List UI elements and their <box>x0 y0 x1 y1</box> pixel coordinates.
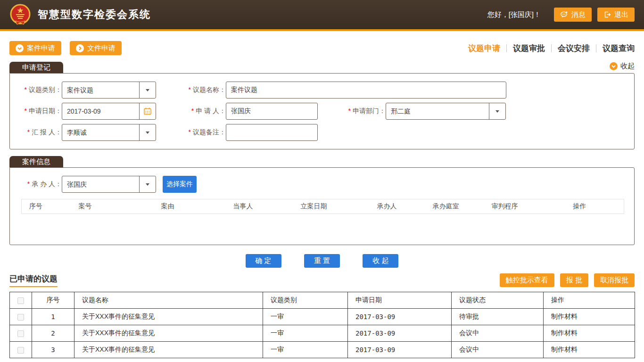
reporter-select[interactable]: 李顺诚 <box>62 124 156 141</box>
nav-meeting-arrange[interactable]: 会议安排 <box>558 43 590 54</box>
apply-date-field[interactable]: 2017-03-09 <box>62 103 156 120</box>
col-topic-type: 议题类别 <box>263 292 348 309</box>
logout-button[interactable]: 退出 <box>597 8 635 22</box>
undertaker-value: 张国庆 <box>62 176 139 192</box>
applicant-input[interactable] <box>226 103 318 120</box>
nav-topic-apply[interactable]: 议题申请 <box>468 43 500 54</box>
checkbox-cell <box>10 309 32 325</box>
nav-topic-approve[interactable]: 议题审批 <box>513 43 545 54</box>
case-col-department: 承办庭室 <box>418 199 474 214</box>
make-material-link[interactable]: 制作材料 <box>544 309 635 325</box>
message-button-label: 消息 <box>571 10 586 19</box>
panel-collapse-link[interactable]: 收起 <box>610 62 635 71</box>
topic-name-label: *议题名称： <box>174 86 226 94</box>
topic-name-cell: 关于XXX事件的征集意见 <box>74 342 263 358</box>
table-row: 1 关于XXX事件的征集意见 一审 2017-03-09 待审批 制作材料 <box>10 309 635 325</box>
status-cell: 会议中 <box>452 325 544 342</box>
required-asterisk: * <box>25 107 27 115</box>
register-tab: 申请登记 <box>9 62 63 73</box>
required-asterisk: * <box>27 180 30 188</box>
case-col-seq: 序号 <box>22 199 50 214</box>
logout-button-label: 退出 <box>614 10 628 19</box>
chevron-down-circle-icon <box>16 44 24 52</box>
topic-type-select[interactable]: 案件议题 <box>62 82 156 99</box>
topic-type-value: 案件议题 <box>62 82 139 98</box>
row-checkbox[interactable] <box>17 347 24 354</box>
file-apply-label: 文件申请 <box>87 44 116 53</box>
case-apply-button[interactable]: 案件申请 <box>9 41 61 55</box>
confirm-button[interactable]: 确 定 <box>246 254 281 268</box>
required-asterisk: * <box>191 107 194 115</box>
topic-type-cell: 一审 <box>263 342 348 358</box>
nav-separator <box>596 44 596 52</box>
register-panel: 申请登记 收起 *议题类别： 案件议题 *议题名称： *申请日期： 2017-0… <box>9 62 635 149</box>
select-all-checkbox[interactable] <box>17 297 24 304</box>
apply-date-cell: 2017-03-09 <box>348 325 452 342</box>
select-all-cell <box>10 292 32 309</box>
seq-cell: 1 <box>32 309 74 325</box>
seq-cell: 3 <box>32 342 74 358</box>
make-material-link[interactable]: 制作材料 <box>544 325 635 342</box>
apply-date-cell: 2017-03-09 <box>348 342 452 358</box>
apply-dept-label: *申请部门： <box>334 107 386 115</box>
table-row: 2 关于XXX事件的征集意见 一审 2017-03-09 会议中 制作材料 <box>10 325 635 342</box>
table-row: 3 关于XXX事件的征集意见 一审 2017-03-09 会议中 制作材料 <box>10 342 635 358</box>
topic-name-input[interactable] <box>226 82 506 99</box>
file-apply-button[interactable]: 文件申请 <box>70 41 122 55</box>
reset-button[interactable]: 重 置 <box>304 254 340 268</box>
collapse-button[interactable]: 收 起 <box>363 254 398 268</box>
nav-separator <box>551 44 552 52</box>
undertaker-label: *承 办 人： <box>10 180 62 189</box>
checkbox-cell <box>10 325 32 342</box>
case-col-number: 案号 <box>50 199 121 214</box>
case-col-procedure: 审判程序 <box>474 199 536 214</box>
apply-dept-select[interactable]: 邢二庭 <box>386 103 506 120</box>
reporter-value: 李顺诚 <box>62 124 139 140</box>
nav-topic-query[interactable]: 议题查询 <box>603 43 635 54</box>
message-button[interactable]: 消息 <box>554 8 592 22</box>
apply-date-cell: 2017-03-09 <box>348 309 452 325</box>
topic-type-cell: 一审 <box>263 309 348 325</box>
make-material-link[interactable]: 制作材料 <box>544 342 635 358</box>
row-checkbox[interactable] <box>17 314 24 321</box>
select-case-button[interactable]: 选择案件 <box>163 176 197 193</box>
applied-topics-table: 序号 议题名称 议题类别 申请日期 议题状态 操作 1 关于XXX事件的征集意见… <box>9 292 635 358</box>
submit-approval-button[interactable]: 报 批 <box>560 273 588 287</box>
cancel-approval-button[interactable]: 取消报批 <box>594 273 635 287</box>
national-emblem-icon <box>9 4 31 25</box>
case-table-empty-area <box>10 214 634 237</box>
col-topic-name: 议题名称 <box>74 292 263 309</box>
col-actions: 操作 <box>544 292 635 309</box>
applied-section-header: 已申请的议题 触控批示查看 报 批 取消报批 <box>0 273 644 287</box>
row-checkbox[interactable] <box>17 330 24 337</box>
status-cell: 待审批 <box>452 309 544 325</box>
col-topic-status: 议题状态 <box>452 292 544 309</box>
case-info-panel: 案件信息 *承 办 人： 张国庆 选择案件 序号 案号 案由 当事人 立案日期 … <box>9 156 635 245</box>
col-apply-date: 申请日期 <box>348 292 452 309</box>
reporter-label: *汇 报 人： <box>10 128 62 137</box>
col-seq: 序号 <box>32 292 74 309</box>
topic-note-label: *议题备注： <box>174 128 226 137</box>
chat-bubble-icon <box>560 11 568 18</box>
required-asterisk: * <box>27 128 30 136</box>
calendar-icon[interactable] <box>139 103 156 119</box>
checkbox-cell <box>10 342 32 358</box>
dropdown-arrow-icon[interactable] <box>139 82 156 98</box>
user-greeting: 您好，[张国庆]！ <box>487 10 541 19</box>
apply-date-label: *申请日期： <box>10 107 62 115</box>
case-col-filing-date: 立案日期 <box>272 199 356 214</box>
app-header: 智慧型数字检委会系统 您好，[张国庆]！ 消息 退出 <box>0 0 644 31</box>
form-actions: 确 定 重 置 收 起 <box>0 254 644 268</box>
case-col-cause: 案由 <box>121 199 215 214</box>
toolbar: 案件申请 文件申请 议题申请 议题审批 会议安排 议题查询 <box>0 31 644 55</box>
dropdown-arrow-icon[interactable] <box>139 176 156 192</box>
touch-review-button[interactable]: 触控批示查看 <box>500 273 554 287</box>
system-title: 智慧型数字检委会系统 <box>38 8 151 22</box>
undertaker-select[interactable]: 张国庆 <box>62 176 156 193</box>
topic-note-input[interactable] <box>226 124 318 141</box>
dropdown-arrow-icon[interactable] <box>139 124 156 140</box>
collapse-chevron-icon <box>610 62 618 70</box>
topic-type-cell: 一审 <box>263 325 348 342</box>
status-cell: 会议中 <box>452 342 544 358</box>
dropdown-arrow-icon[interactable] <box>489 103 505 119</box>
